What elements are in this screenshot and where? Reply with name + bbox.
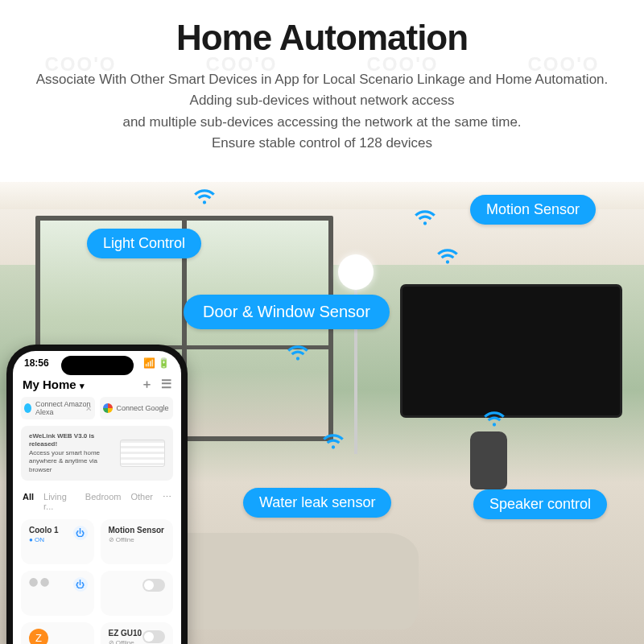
card-status: ⊘ Offline [109, 536, 166, 543]
chevron-down-icon: ▾ [80, 381, 85, 390]
chip-label: Connect Amazon Alexa [35, 400, 92, 416]
wifi-icon [193, 187, 216, 204]
desc-line: and multiple sub-devices accessing the n… [122, 114, 521, 130]
connect-google-chip[interactable]: Connect Google [100, 397, 174, 419]
wifi-icon [483, 409, 506, 427]
device-card-ez[interactable]: EZ GU10 ⊘ Offline [101, 622, 174, 644]
tab-other[interactable]: Other [130, 492, 153, 511]
smart-speaker [470, 431, 507, 489]
desc-line: Adding sub-devices without network acces… [190, 93, 455, 108]
device-card-gateway[interactable]: Z Gateway Subdevices 2 [21, 622, 94, 644]
dashboard-icon[interactable]: ☰ [161, 377, 171, 392]
device-card[interactable]: ⬤ ⬤ ⏻ [21, 571, 94, 616]
close-icon[interactable]: ✕ [85, 404, 92, 413]
wifi-icon [287, 343, 309, 361]
banner-thumb [120, 440, 165, 467]
tv [402, 287, 620, 415]
room-tabs: All Living r... Bedroom Other ⋯ [13, 487, 181, 516]
toggle[interactable] [142, 630, 165, 643]
connect-alexa-chip[interactable]: Connect Amazon Alexa ✕ [21, 397, 95, 419]
page-title: Home Automation [0, 0, 644, 58]
label-door-window-sensor: Door & Window Sensor [184, 295, 390, 329]
banner-sub: Access your smart home anywhere & anytim… [29, 449, 100, 473]
label-light-control: Light Control [87, 229, 201, 258]
status-icons: 📶 🔋 [143, 357, 170, 369]
add-icon[interactable]: ＋ [141, 377, 153, 392]
description: Associate With Other Smart Devices in Ap… [0, 58, 644, 160]
chip-label: Connect Google [117, 404, 169, 412]
tab-all[interactable]: All [23, 492, 34, 511]
desc-line: Ensure stable control of 128 devices [212, 135, 432, 151]
home-dropdown[interactable]: My Home ▾ [23, 378, 85, 391]
desc-line: Associate With Other Smart Devices in Ap… [36, 72, 609, 87]
card-name: Motion Sensor [109, 526, 166, 535]
ewelink-banner[interactable]: eWeLink WEB V3.0 is released! Access you… [21, 426, 173, 481]
tab-bedroom[interactable]: Bedroom [85, 492, 122, 511]
label-speaker-control: Speaker control [473, 489, 607, 519]
power-icon[interactable]: ⏻ [73, 577, 88, 592]
power-icon[interactable]: ⏻ [73, 526, 88, 540]
tab-living[interactable]: Living r... [43, 492, 76, 511]
phone-notch [61, 356, 134, 375]
label-water-leak-sensor: Water leak sensor [243, 488, 391, 518]
gateway-icon: Z [29, 629, 48, 644]
wifi-icon [414, 208, 436, 225]
device-card-coolo[interactable]: Coolo 1 ● ON ⏻ [21, 519, 94, 564]
device-card[interactable] [101, 571, 174, 616]
toggle[interactable] [142, 579, 165, 592]
phone-mockup: 18:56 📶 🔋 My Home ▾ ＋ ☰ Connect Amazon A… [6, 345, 188, 644]
device-card-motion[interactable]: Motion Sensor ⊘ Offline [101, 519, 174, 564]
wifi-icon [436, 246, 459, 264]
more-icon[interactable]: ⋯ [163, 492, 171, 511]
label-motion-sensor: Motion Sensor [470, 195, 596, 225]
phone-time: 18:56 [24, 357, 49, 369]
room-scene: Light Control Motion Sensor Door & Windo… [0, 182, 644, 644]
wifi-icon [322, 431, 345, 449]
banner-title: eWeLink WEB V3.0 is released! [29, 432, 94, 448]
